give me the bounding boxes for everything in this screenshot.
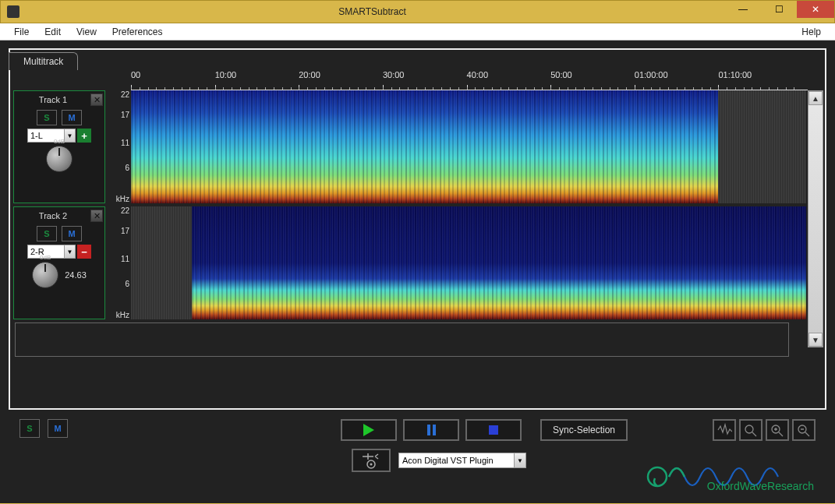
brand-logo: OxfordWaveResearch <box>646 455 817 494</box>
zoom-selection-button[interactable] <box>739 419 762 441</box>
chevron-down-icon: ▼ <box>514 453 525 467</box>
menu-help[interactable]: Help <box>794 25 829 39</box>
track-2-gain-knob[interactable] <box>32 262 58 288</box>
track-2-knob-label: 0dB <box>40 254 51 261</box>
gear-icon <box>361 452 381 469</box>
stop-icon <box>489 425 498 435</box>
vertical-scrollbar[interactable]: ▲ ▼ <box>808 90 823 347</box>
magnifier-icon <box>743 423 759 437</box>
workspace: Multitrack 0010:0020:0030:0040:0050:0001… <box>0 41 835 503</box>
track-1-solo[interactable]: S <box>37 110 57 125</box>
track-panel-2: Track 2 ✕ S M 2-R ▼ <box>13 206 105 319</box>
track-2-close[interactable]: ✕ <box>90 210 103 222</box>
play-icon <box>363 424 374 436</box>
ruler-tick: 01:00:00 <box>635 70 668 79</box>
pause-icon <box>427 425 436 435</box>
menu-view[interactable]: View <box>69 25 104 39</box>
svg-point-1 <box>370 463 373 466</box>
time-ruler[interactable]: 0010:0020:0030:0040:0050:0001:00:0001:10… <box>131 70 823 90</box>
global-mute[interactable]: M <box>48 419 68 438</box>
menu-preferences[interactable]: Preferences <box>104 25 171 39</box>
tab-row: Multitrack <box>10 50 825 70</box>
svg-point-2 <box>745 425 753 433</box>
outer-frame: Multitrack 0010:0020:0030:0040:0050:0001… <box>9 48 826 410</box>
ruler-tick: 50:00 <box>550 70 572 79</box>
scroll-up-icon[interactable]: ▲ <box>808 91 823 105</box>
maximize-button[interactable]: ☐ <box>761 1 797 18</box>
chevron-down-icon: ▼ <box>64 129 75 142</box>
stop-button[interactable] <box>465 419 522 441</box>
track-1-plus[interactable]: + <box>77 129 91 143</box>
track-1-spectrogram[interactable] <box>131 90 806 203</box>
pause-button[interactable] <box>403 419 459 441</box>
zoom-in-icon <box>770 423 785 437</box>
close-button[interactable]: ✕ <box>797 1 834 18</box>
tab-multitrack[interactable]: Multitrack <box>9 52 78 70</box>
waveform-view-button[interactable] <box>713 419 736 441</box>
track-2-minus[interactable]: − <box>77 245 91 259</box>
global-solo[interactable]: S <box>19 419 40 438</box>
track-2-title: Track 2 <box>16 211 90 220</box>
ruler-tick: 40:00 <box>467 70 489 79</box>
track-2-mute[interactable]: M <box>62 226 82 241</box>
ruler-tick: 30:00 <box>383 70 405 79</box>
transport-bar: S M Sync-Selection Acon Digital VST Plug… <box>9 410 826 497</box>
track-2-channel-select[interactable]: 2-R ▼ <box>27 245 76 259</box>
menu-bar: File Edit View Preferences Help <box>0 23 835 41</box>
plugin-select[interactable]: Acon Digital VST Plugin ▼ <box>398 453 526 468</box>
ruler-tick: 10:00 <box>215 70 237 79</box>
menu-edit[interactable]: Edit <box>37 25 69 39</box>
zoom-out-icon <box>796 423 812 437</box>
sync-selection-button[interactable]: Sync-Selection <box>540 419 628 441</box>
play-button[interactable] <box>341 419 397 441</box>
scroll-down-icon[interactable]: ▼ <box>808 333 823 347</box>
zoom-in-button[interactable] <box>766 419 789 441</box>
track-row-2: Track 2 ✕ S M 2-R ▼ <box>12 206 806 319</box>
app-icon <box>7 5 19 18</box>
ruler-tick: 00 <box>131 70 140 79</box>
track-panel-1: Track 1 ✕ S M 1-L ▼ <box>13 90 105 203</box>
plugin-settings-button[interactable] <box>352 449 391 472</box>
plugin-select-value: Acon Digital VST Plugin <box>402 456 494 465</box>
empty-track-slot[interactable] <box>15 322 789 357</box>
track-1-mute[interactable]: M <box>62 110 82 125</box>
track-1-gain-knob[interactable] <box>46 146 73 172</box>
ruler-tick: 01:10:00 <box>718 70 752 79</box>
chevron-down-icon: ▼ <box>64 245 75 258</box>
waveform-icon <box>716 423 732 437</box>
track-1-close[interactable]: ✕ <box>90 93 103 106</box>
track-1-channel-value: 1-L <box>30 131 43 140</box>
ruler-tick: 20:00 <box>299 70 320 79</box>
main-area: 0010:0020:0030:0040:0050:0001:00:0001:10… <box>10 70 825 408</box>
title-bar: SMARTSubtract — ☐ ✕ <box>0 0 835 23</box>
track-1-title: Track 1 <box>16 95 90 104</box>
track-2-gain-value: 24.63 <box>65 270 87 280</box>
track-2-spectrogram[interactable] <box>131 206 806 319</box>
brand-text: OxfordWaveResearch <box>707 480 814 492</box>
window-title: SMARTSubtract <box>19 6 725 17</box>
track-row-1: Track 1 ✕ S M 1-L ▼ <box>12 90 806 203</box>
minimize-button[interactable]: — <box>725 1 761 18</box>
zoom-out-button[interactable] <box>792 419 816 441</box>
track-1-knob-label: 0dB <box>54 138 65 145</box>
track-1-freq-axis: 22 17 11 6 kHz <box>105 90 131 203</box>
track-1-channel-select[interactable]: 1-L ▼ <box>27 129 76 143</box>
menu-file[interactable]: File <box>6 25 37 39</box>
track-2-solo[interactable]: S <box>37 226 57 241</box>
track-2-freq-axis: 22 17 11 6 kHz <box>105 206 131 319</box>
